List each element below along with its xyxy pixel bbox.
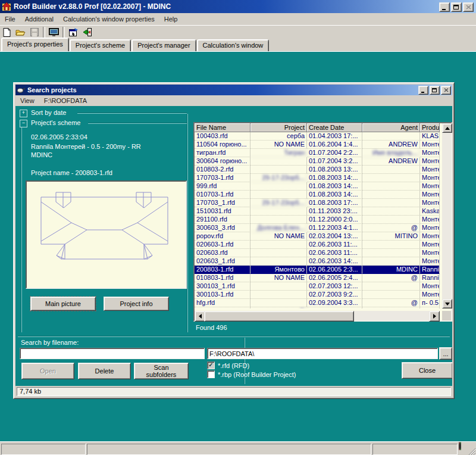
table-row[interactable]: 100403.rfdсерба01.04.2003 17:...KLASS xyxy=(195,132,440,141)
table-cell: Rannila xyxy=(420,274,440,282)
table-row[interactable]: 999.rfd01.08.2003 14:...Монте xyxy=(195,182,440,191)
menu-additional[interactable]: Additional xyxy=(20,14,58,24)
close-button[interactable]: Close xyxy=(402,362,452,379)
browse-button[interactable]: ... xyxy=(439,347,452,360)
folder-path-input[interactable] xyxy=(207,348,438,359)
scrollbar-thumb[interactable] xyxy=(204,311,354,322)
table-cell: 01.08.2003 14:... xyxy=(307,182,362,191)
table-cell xyxy=(250,249,307,257)
window-properties-icon[interactable] xyxy=(67,26,80,39)
table-row[interactable]: 010803-2.rfd01.08.2003 13:...Монте xyxy=(195,166,440,174)
open-folder-icon[interactable] xyxy=(14,26,27,39)
column-header[interactable]: Agent xyxy=(362,123,420,132)
filename-search-input[interactable] xyxy=(20,348,205,359)
close-icon[interactable] xyxy=(463,2,474,12)
main-titlebar: Roof Builder v2.88.0 Prof [02.02.2007] -… xyxy=(0,0,476,13)
dialog-close-icon[interactable] xyxy=(441,86,451,95)
menu-help[interactable]: Help xyxy=(159,14,183,24)
table-cell: 170703-1.rfd xyxy=(195,174,250,182)
minimize-icon[interactable] xyxy=(439,2,450,12)
save-icon[interactable] xyxy=(27,26,41,39)
scan-subfolders-button[interactable]: Scan subfolders xyxy=(134,363,189,379)
scroll-down-icon[interactable] xyxy=(442,299,452,308)
table-cell: 020603.rfd xyxy=(195,249,250,257)
table-cell xyxy=(362,166,420,174)
table-row[interactable]: 010803-1.rfdNO NAME02.06.2005 2:4...@Ran… xyxy=(195,274,440,282)
table-cell: 020603-1.rfd xyxy=(195,241,250,249)
table-cell: 02.06.2005 2:3... xyxy=(307,266,362,274)
column-header[interactable]: Create Date xyxy=(307,123,362,132)
table-cell: 02.07.2003 12:... xyxy=(307,282,362,291)
file-size-status: 7,74 kb xyxy=(17,387,451,396)
main-picture-button[interactable]: Main picture xyxy=(30,297,96,311)
project-agent: MDINC xyxy=(31,151,52,158)
resize-grip[interactable] xyxy=(467,447,476,455)
collapse-icon[interactable]: − xyxy=(20,120,27,127)
scrollbar-corner xyxy=(442,311,451,320)
table-row[interactable]: 200803-1.rfdЯмонтово02.06.2005 2:3...MDI… xyxy=(195,266,440,274)
table-row[interactable]: 020603_1.rfd02.06.2003 14:...Монте xyxy=(195,257,440,266)
calculation-window-icon[interactable] xyxy=(47,26,61,39)
tab-projects-manager[interactable]: Project's manager xyxy=(131,39,196,51)
file-type-checkbox[interactable]: *.rfd (RFD) xyxy=(207,361,249,369)
column-header[interactable]: Project xyxy=(250,123,307,132)
dialog-menu-view[interactable]: View xyxy=(15,96,39,105)
rfd-checkbox-label: *.rfd (RFD) xyxy=(218,362,249,369)
table-row[interactable]: 291100.rfd01.12.2000 2:0...Монте xyxy=(195,216,440,224)
tab-calculations-window[interactable]: Calculation's window xyxy=(197,39,270,51)
table-row[interactable]: 170703_1.rfd29-17-23ор5...01.08.2003 17:… xyxy=(195,199,440,207)
open-button[interactable]: Open xyxy=(21,363,74,379)
tab-projects-scheme[interactable]: Project's scheme xyxy=(70,39,131,51)
expand-icon[interactable]: + xyxy=(20,110,27,117)
table-row[interactable]: 1510031.rfd01.11.2003 23:...Kaska xyxy=(195,207,440,216)
table-cell: 02.06.2005 2:4... xyxy=(307,274,362,282)
file-type-checkbox[interactable]: *.rbp (Roof Builder Project) xyxy=(207,370,296,378)
table-row[interactable]: 110504 горюно...NO NAME01.06.2004 1:4...… xyxy=(195,141,440,149)
rbp-checkbox-icon[interactable] xyxy=(207,370,215,378)
dialog-minimize-icon[interactable] xyxy=(418,86,428,95)
scroll-up-icon[interactable] xyxy=(442,123,452,133)
table-cell: 02.09.2004 3:3... xyxy=(307,299,362,307)
table-cell: KLASS xyxy=(420,132,440,141)
table-cell: 01.12.2003 4:1... xyxy=(307,224,362,232)
column-header[interactable]: Produc xyxy=(420,123,440,132)
tab-projects-properties[interactable]: Project's properties xyxy=(1,38,69,51)
table-row[interactable]: 300103-1.rfd02.07.2003 9:2...Монте xyxy=(195,291,440,299)
delete-button[interactable]: Delete xyxy=(78,363,131,379)
horizontal-scrollbar[interactable] xyxy=(195,311,440,320)
tab-bar: Project's properties Project's scheme Pr… xyxy=(1,38,476,51)
table-row[interactable]: 020603.rfd02.06.2003 11:...Монте xyxy=(195,249,440,257)
menu-calculation-window-properties[interactable]: Calculation's window properties xyxy=(58,14,159,24)
maximize-icon[interactable] xyxy=(451,2,462,12)
table-row[interactable]: popov.rfdNO NAME02.03.2004 13:...MITINOМ… xyxy=(195,232,440,241)
project-material: Rannila Монтерей - 0.5 - 200my - RR xyxy=(31,143,141,150)
table-row[interactable]: 030903_1.rfdБ02.10.2003 12:...Монте xyxy=(195,307,440,308)
table-cell xyxy=(362,216,420,224)
table-cell: Имя владель... xyxy=(362,149,420,157)
exit-icon[interactable] xyxy=(80,26,94,39)
table-row[interactable]: 020603-1.rfd02.06.2003 11:...Монте xyxy=(195,241,440,249)
tree-item-sort-by-date[interactable]: Sort by date xyxy=(31,109,66,116)
dialog-titlebar: Search projects xyxy=(15,85,452,95)
tree-item-projects-scheme[interactable]: Project's scheme xyxy=(31,119,80,126)
rfd-checkbox-icon[interactable] xyxy=(207,361,215,369)
table-cell: 110504 горюно... xyxy=(195,141,250,149)
table-cell xyxy=(250,282,307,291)
table-row[interactable]: 010703-1.rfd01.08.2003 14:...Монте xyxy=(195,191,440,199)
table-row[interactable]: 300103_1.rfd02.07.2003 12:...Монте xyxy=(195,282,440,291)
table-row[interactable]: тигран.rfdТигран01.07.2004 2:2...Имя вла… xyxy=(195,149,440,157)
table-row[interactable]: 170703-1.rfd29-17-23ор5...01.08.2003 14:… xyxy=(195,174,440,182)
table-cell: 02.06.2003 14:... xyxy=(307,257,362,266)
scroll-right-icon[interactable] xyxy=(429,311,440,322)
dialog-maximize-icon[interactable] xyxy=(430,86,440,95)
table-row[interactable]: 300603_3.rfdДолгова Елен...01.12.2003 4:… xyxy=(195,224,440,232)
menu-file[interactable]: File xyxy=(0,14,20,24)
project-info-button[interactable]: Project info xyxy=(104,297,169,311)
dialog-menu-roofdata-path[interactable]: F:\ROOFDATA xyxy=(39,96,92,105)
vertical-scrollbar[interactable] xyxy=(442,123,451,308)
table-body[interactable]: 100403.rfdсерба01.04.2003 17:...KLASS110… xyxy=(195,132,440,308)
new-document-icon[interactable] xyxy=(0,26,14,39)
table-row[interactable]: hfg.rfd02.09.2004 3:3...@п- 0.5- xyxy=(195,299,440,307)
column-header[interactable]: File Name xyxy=(195,123,250,132)
table-row[interactable]: 300604 горюно...01.07.2004 3:2...ANDREWМ… xyxy=(195,157,440,166)
